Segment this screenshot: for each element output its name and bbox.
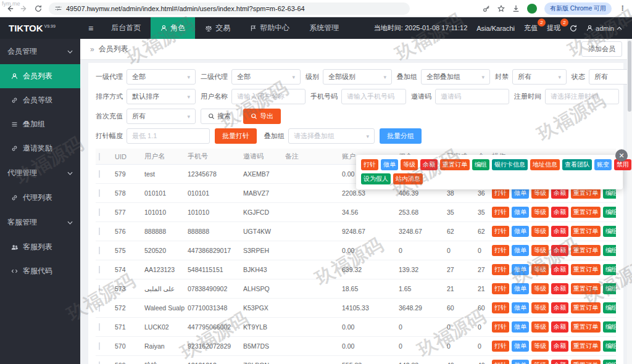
- action-group-button[interactable]: 编组: [603, 341, 616, 352]
- action-reset-order-button[interactable]: 重置订单: [571, 226, 601, 237]
- add-member-button[interactable]: 添加会员: [581, 41, 622, 57]
- row-checkbox[interactable]: [99, 285, 100, 292]
- search-button[interactable]: 搜索: [201, 109, 238, 124]
- action-balance-button[interactable]: 余额: [551, 245, 568, 256]
- popup-action-account-change-button[interactable]: 账变: [594, 159, 612, 170]
- popup-action-order-button[interactable]: 做单: [381, 159, 398, 170]
- action-group-button[interactable]: 编组: [603, 264, 616, 275]
- action-order-button[interactable]: 做单: [512, 245, 529, 256]
- level1-agent-select[interactable]: 全部▾: [127, 69, 196, 85]
- stack-group-select[interactable]: 请选择叠加组▾: [288, 128, 375, 144]
- action-level-button[interactable]: 等级: [531, 341, 549, 352]
- batch-needle-button[interactable]: 批量打针: [215, 128, 257, 144]
- row-checkbox[interactable]: [99, 304, 100, 312]
- action-balance-button[interactable]: 余额: [551, 264, 568, 275]
- sort-select[interactable]: 默认排序▾: [127, 89, 196, 104]
- popup-action-view-team-button[interactable]: 查看团队: [562, 159, 592, 170]
- action-level-button[interactable]: 等级: [531, 360, 549, 364]
- url-bar[interactable]: 49507.hwymw.net/admin/index.html#/admin/…: [49, 2, 410, 15]
- popup-action-needle-button[interactable]: 打针: [361, 159, 378, 170]
- popup-action-bank-info-button[interactable]: 银行卡信息: [492, 159, 528, 170]
- popup-action-level-button[interactable]: 等级: [401, 159, 418, 170]
- sidebar-item-agent-list[interactable]: 代理列表: [0, 186, 80, 210]
- site-settings-icon[interactable]: [55, 5, 62, 12]
- action-level-button[interactable]: 等级: [531, 321, 549, 333]
- row-checkbox[interactable]: [99, 362, 100, 364]
- close-icon[interactable]: ✕: [615, 149, 628, 162]
- popup-action-group-button[interactable]: 编组: [472, 159, 489, 170]
- sidebar-item-invite-reward[interactable]: 邀请奖励: [0, 136, 80, 160]
- popup-action-site-message-button[interactable]: 站内消息: [393, 173, 423, 184]
- sidebar-group-member[interactable]: 会员管理: [0, 39, 80, 64]
- popup-action-balance-button[interactable]: 余额: [420, 159, 438, 170]
- sidebar-group-agent[interactable]: 代理管理: [0, 160, 80, 186]
- action-needle-button[interactable]: 打针: [492, 360, 509, 364]
- sidebar-item-service-list[interactable]: 客服列表: [0, 235, 80, 259]
- action-order-button[interactable]: 做单: [512, 283, 529, 294]
- chrome-update-button[interactable]: 有新版 Chrome 可用: [544, 2, 612, 15]
- popup-action-address-info-button[interactable]: 地址信息: [530, 159, 560, 170]
- status-select[interactable]: 所有▾: [589, 69, 632, 85]
- username-input[interactable]: 请输入用户名称: [231, 89, 306, 104]
- action-needle-button[interactable]: 打针: [492, 341, 509, 352]
- row-checkbox[interactable]: [99, 228, 100, 235]
- level2-agent-select[interactable]: 全部▾: [231, 69, 301, 85]
- row-checkbox[interactable]: [99, 266, 100, 273]
- scrollbar-thumb[interactable]: [628, 41, 631, 112]
- action-order-button[interactable]: 做单: [512, 321, 529, 333]
- sidebar-group-service[interactable]: 客服管理: [0, 210, 80, 235]
- stack-group-select[interactable]: 全部叠加组▾: [421, 69, 490, 85]
- action-reset-order-button[interactable]: 重置订单: [571, 360, 601, 364]
- action-balance-button[interactable]: 余额: [551, 283, 568, 294]
- action-group-button[interactable]: 编组: [603, 245, 616, 256]
- nav-item-trade[interactable]: 交易: [195, 17, 240, 39]
- phone-input[interactable]: 请输入手机号码: [341, 89, 406, 104]
- row-checkbox[interactable]: [99, 247, 100, 254]
- action-order-button[interactable]: 做单: [512, 302, 529, 313]
- profile-avatar[interactable]: [527, 4, 537, 14]
- action-needle-button[interactable]: 打针: [492, 283, 509, 294]
- action-needle-button[interactable]: 打针: [492, 226, 509, 237]
- row-checkbox[interactable]: [99, 170, 100, 178]
- level-select[interactable]: 全部级别▾: [323, 69, 392, 85]
- action-balance-button[interactable]: 余额: [551, 341, 568, 352]
- row-checkbox[interactable]: [99, 323, 100, 331]
- action-group-button[interactable]: 编组: [603, 226, 616, 237]
- invite-code-input[interactable]: 邀请码: [435, 89, 509, 104]
- action-balance-button[interactable]: 余额: [551, 360, 568, 364]
- action-order-button[interactable]: 做单: [512, 207, 529, 218]
- action-reset-order-button[interactable]: 重置订单: [571, 264, 601, 275]
- action-level-button[interactable]: 等级: [531, 264, 549, 275]
- refresh-icon[interactable]: [570, 25, 577, 32]
- page-scrollbar[interactable]: [627, 39, 632, 364]
- ban-select[interactable]: 所有▾: [512, 69, 567, 85]
- action-reset-order-button[interactable]: 重置订单: [571, 245, 601, 256]
- row-checkbox[interactable]: [99, 189, 100, 197]
- withdraw-link[interactable]: 提现 2: [547, 23, 560, 33]
- sidebar-item-stack-group[interactable]: 叠加组: [0, 112, 80, 136]
- nav-item-role[interactable]: 角色: [151, 17, 195, 39]
- reload-icon[interactable]: [35, 5, 42, 12]
- action-group-button[interactable]: 编组: [603, 360, 616, 364]
- first-charge-select[interactable]: 所有▾: [127, 109, 196, 124]
- sidebar-item-service-code[interactable]: 客服代码: [0, 259, 80, 283]
- action-group-button[interactable]: 编组: [603, 302, 616, 313]
- action-order-button[interactable]: 做单: [512, 360, 529, 364]
- password-key-icon[interactable]: [483, 5, 490, 12]
- action-needle-button[interactable]: 打针: [492, 321, 509, 333]
- row-checkbox[interactable]: [99, 209, 100, 216]
- needle-range-input[interactable]: 最低 1.1: [127, 128, 210, 144]
- action-needle-button[interactable]: 打针: [492, 207, 509, 218]
- action-level-button[interactable]: 等级: [531, 207, 549, 218]
- download-icon[interactable]: [512, 5, 520, 12]
- nav-item-dashboard[interactable]: 后台首页: [101, 17, 151, 39]
- row-checkbox[interactable]: [99, 342, 100, 350]
- action-group-button[interactable]: 编组: [603, 321, 616, 333]
- nav-item-help[interactable]: 帮助中心: [240, 17, 299, 39]
- select-all-checkbox[interactable]: [99, 153, 100, 160]
- back-icon[interactable]: [6, 5, 14, 12]
- action-needle-button[interactable]: 打针: [492, 245, 509, 256]
- action-balance-button[interactable]: 余额: [551, 226, 568, 237]
- action-reset-order-button[interactable]: 重置订单: [571, 283, 601, 294]
- nav-item-system[interactable]: 系统管理: [299, 17, 349, 39]
